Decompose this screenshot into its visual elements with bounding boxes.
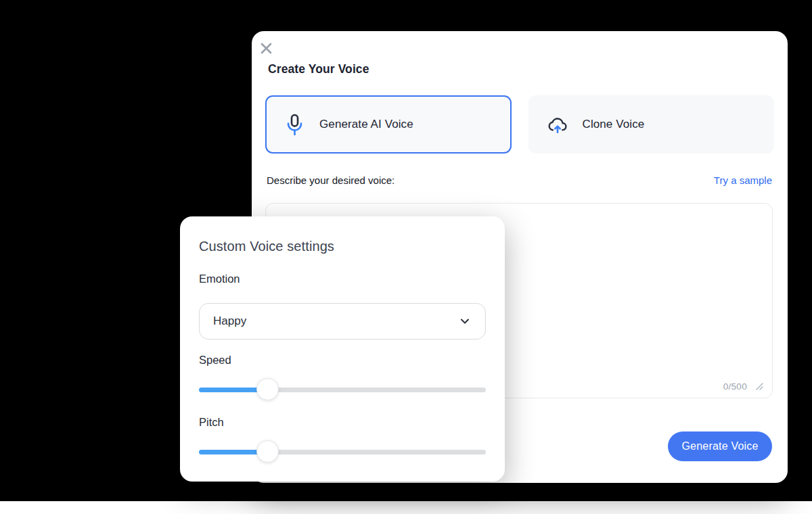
emotion-label: Emotion bbox=[199, 273, 240, 285]
microphone-icon bbox=[284, 113, 304, 136]
speed-slider-thumb[interactable] bbox=[256, 378, 279, 400]
pitch-slider[interactable] bbox=[199, 440, 486, 463]
emotion-dropdown[interactable]: Happy bbox=[199, 303, 486, 340]
popup-title: Custom Voice settings bbox=[199, 239, 334, 254]
speed-slider[interactable] bbox=[199, 378, 486, 401]
tab-generate-ai-voice[interactable]: Generate AI Voice bbox=[265, 95, 512, 154]
pitch-label: Pitch bbox=[199, 416, 224, 429]
tab-label: Clone Voice bbox=[583, 118, 645, 131]
pitch-slider-thumb[interactable] bbox=[256, 440, 279, 463]
close-icon bbox=[259, 41, 273, 55]
speed-label: Speed bbox=[199, 354, 231, 367]
try-a-sample-link[interactable]: Try a sample bbox=[714, 174, 772, 186]
tab-clone-voice[interactable]: Clone Voice bbox=[528, 95, 775, 154]
cloud-upload-icon bbox=[547, 113, 568, 136]
describe-row: Describe your desired voice: Try a sampl… bbox=[267, 174, 772, 186]
generate-voice-button[interactable]: Generate Voice bbox=[668, 431, 772, 461]
tab-label: Generate AI Voice bbox=[319, 118, 413, 131]
custom-voice-settings-popup: Custom Voice settings Emotion Happy Spee… bbox=[180, 216, 505, 482]
modal-title: Create Your Voice bbox=[268, 62, 369, 76]
emotion-selected-value: Happy bbox=[213, 314, 246, 328]
describe-label: Describe your desired voice: bbox=[267, 174, 394, 186]
close-button[interactable] bbox=[258, 40, 274, 56]
chevron-down-icon bbox=[459, 316, 470, 327]
voice-mode-tabs: Generate AI Voice Clone Voice bbox=[265, 95, 774, 154]
